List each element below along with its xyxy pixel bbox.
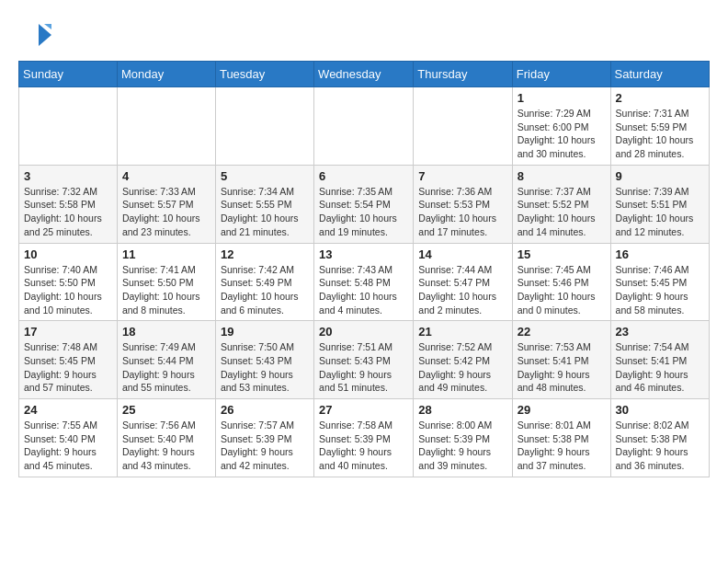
day-number: 6 (319, 169, 408, 183)
day-number: 8 (518, 169, 606, 183)
day-info: Sunrise: 7:41 AMSunset: 5:50 PMDaylight:… (122, 263, 210, 317)
calendar-cell: 21Sunrise: 7:52 AMSunset: 5:42 PMDayligh… (414, 321, 512, 399)
day-number: 2 (616, 91, 704, 105)
day-info: Sunrise: 7:53 AMSunset: 5:41 PMDaylight:… (518, 340, 606, 395)
day-info: Sunrise: 7:36 AMSunset: 5:53 PMDaylight:… (418, 185, 506, 239)
calendar-cell: 13Sunrise: 7:43 AMSunset: 5:48 PMDayligh… (314, 243, 414, 321)
day-info: Sunrise: 7:57 AMSunset: 5:39 PMDaylight:… (221, 419, 309, 473)
day-number: 13 (319, 247, 408, 261)
day-info: Sunrise: 7:51 AMSunset: 5:43 PMDaylight:… (319, 340, 408, 395)
calendar-cell: 12Sunrise: 7:42 AMSunset: 5:49 PMDayligh… (215, 243, 313, 321)
calendar-cell: 5Sunrise: 7:34 AMSunset: 5:55 PMDaylight… (215, 165, 313, 243)
calendar-cell: 4Sunrise: 7:33 AMSunset: 5:57 PMDaylight… (117, 165, 215, 243)
calendar-cell (117, 87, 215, 166)
day-number: 4 (122, 169, 210, 183)
column-header-wednesday: Wednesday (314, 62, 414, 87)
calendar-cell: 19Sunrise: 7:50 AMSunset: 5:43 PMDayligh… (215, 321, 313, 399)
day-number: 22 (518, 325, 606, 339)
logo (18, 18, 57, 52)
day-number: 30 (616, 403, 704, 417)
day-number: 5 (221, 169, 309, 183)
column-header-sunday: Sunday (19, 62, 118, 87)
day-number: 14 (418, 247, 506, 261)
column-header-tuesday: Tuesday (215, 62, 313, 87)
day-number: 7 (418, 169, 506, 183)
calendar-header-row: SundayMondayTuesdayWednesdayThursdayFrid… (19, 62, 710, 87)
calendar-cell: 29Sunrise: 8:01 AMSunset: 5:38 PMDayligh… (512, 399, 610, 477)
day-info: Sunrise: 8:01 AMSunset: 5:38 PMDaylight:… (518, 419, 606, 473)
calendar-cell: 24Sunrise: 7:55 AMSunset: 5:40 PMDayligh… (19, 399, 118, 477)
day-number: 27 (319, 403, 408, 417)
calendar-cell (314, 87, 414, 166)
day-info: Sunrise: 7:52 AMSunset: 5:42 PMDaylight:… (418, 340, 506, 395)
calendar-cell: 16Sunrise: 7:46 AMSunset: 5:45 PMDayligh… (610, 243, 709, 321)
calendar-cell: 11Sunrise: 7:41 AMSunset: 5:50 PMDayligh… (117, 243, 215, 321)
day-info: Sunrise: 8:02 AMSunset: 5:38 PMDaylight:… (616, 419, 704, 473)
day-info: Sunrise: 7:33 AMSunset: 5:57 PMDaylight:… (122, 185, 210, 239)
day-number: 26 (221, 403, 309, 417)
day-number: 3 (24, 169, 112, 183)
column-header-friday: Friday (512, 62, 610, 87)
calendar-cell: 18Sunrise: 7:49 AMSunset: 5:44 PMDayligh… (117, 321, 215, 399)
calendar-cell: 17Sunrise: 7:48 AMSunset: 5:45 PMDayligh… (19, 321, 118, 399)
calendar-week-row: 17Sunrise: 7:48 AMSunset: 5:45 PMDayligh… (19, 321, 710, 399)
calendar-cell: 27Sunrise: 7:58 AMSunset: 5:39 PMDayligh… (314, 399, 414, 477)
calendar-cell: 7Sunrise: 7:36 AMSunset: 5:53 PMDaylight… (414, 165, 512, 243)
day-number: 17 (24, 325, 112, 339)
calendar-cell: 30Sunrise: 8:02 AMSunset: 5:38 PMDayligh… (610, 399, 709, 477)
day-number: 24 (24, 403, 112, 417)
calendar-cell (414, 87, 512, 166)
calendar-cell: 10Sunrise: 7:40 AMSunset: 5:50 PMDayligh… (19, 243, 118, 321)
calendar-week-row: 1Sunrise: 7:29 AMSunset: 6:00 PMDaylight… (19, 87, 710, 166)
calendar-cell: 28Sunrise: 8:00 AMSunset: 5:39 PMDayligh… (414, 399, 512, 477)
day-number: 1 (518, 91, 606, 105)
day-info: Sunrise: 7:40 AMSunset: 5:50 PMDaylight:… (24, 263, 112, 317)
page-header (18, 18, 710, 52)
day-number: 16 (616, 247, 704, 261)
calendar-cell: 6Sunrise: 7:35 AMSunset: 5:54 PMDaylight… (314, 165, 414, 243)
day-info: Sunrise: 7:35 AMSunset: 5:54 PMDaylight:… (319, 185, 408, 239)
calendar-cell: 9Sunrise: 7:39 AMSunset: 5:51 PMDaylight… (610, 165, 709, 243)
calendar-cell: 25Sunrise: 7:56 AMSunset: 5:40 PMDayligh… (117, 399, 215, 477)
logo-icon (18, 18, 51, 52)
calendar-cell: 15Sunrise: 7:45 AMSunset: 5:46 PMDayligh… (512, 243, 610, 321)
day-number: 25 (122, 403, 210, 417)
day-number: 9 (616, 169, 704, 183)
day-info: Sunrise: 7:55 AMSunset: 5:40 PMDaylight:… (24, 419, 112, 473)
column-header-thursday: Thursday (414, 62, 512, 87)
day-info: Sunrise: 7:31 AMSunset: 5:59 PMDaylight:… (616, 107, 704, 161)
day-info: Sunrise: 7:42 AMSunset: 5:49 PMDaylight:… (221, 263, 309, 317)
day-info: Sunrise: 7:56 AMSunset: 5:40 PMDaylight:… (122, 419, 210, 473)
day-info: Sunrise: 7:29 AMSunset: 6:00 PMDaylight:… (518, 107, 606, 161)
column-header-monday: Monday (117, 62, 215, 87)
calendar-table: SundayMondayTuesdayWednesdayThursdayFrid… (18, 61, 710, 477)
day-info: Sunrise: 7:49 AMSunset: 5:44 PMDaylight:… (122, 340, 210, 395)
day-info: Sunrise: 7:58 AMSunset: 5:39 PMDaylight:… (319, 419, 408, 473)
calendar-week-row: 24Sunrise: 7:55 AMSunset: 5:40 PMDayligh… (19, 399, 710, 477)
day-number: 21 (418, 325, 506, 339)
day-info: Sunrise: 7:48 AMSunset: 5:45 PMDaylight:… (24, 340, 112, 395)
day-info: Sunrise: 7:54 AMSunset: 5:41 PMDaylight:… (616, 340, 704, 395)
day-info: Sunrise: 7:37 AMSunset: 5:52 PMDaylight:… (518, 185, 606, 239)
day-info: Sunrise: 7:45 AMSunset: 5:46 PMDaylight:… (518, 263, 606, 317)
day-info: Sunrise: 8:00 AMSunset: 5:39 PMDaylight:… (418, 419, 506, 473)
calendar-cell (19, 87, 118, 166)
svg-marker-1 (44, 24, 51, 29)
day-info: Sunrise: 7:39 AMSunset: 5:51 PMDaylight:… (616, 185, 704, 239)
day-number: 11 (122, 247, 210, 261)
day-number: 20 (319, 325, 408, 339)
day-number: 23 (616, 325, 704, 339)
calendar-cell: 20Sunrise: 7:51 AMSunset: 5:43 PMDayligh… (314, 321, 414, 399)
calendar-cell (215, 87, 313, 166)
day-number: 10 (24, 247, 112, 261)
calendar-week-row: 3Sunrise: 7:32 AMSunset: 5:58 PMDaylight… (19, 165, 710, 243)
day-info: Sunrise: 7:46 AMSunset: 5:45 PMDaylight:… (616, 263, 704, 317)
day-info: Sunrise: 7:43 AMSunset: 5:48 PMDaylight:… (319, 263, 408, 317)
day-number: 29 (518, 403, 606, 417)
day-number: 12 (221, 247, 309, 261)
calendar-cell: 8Sunrise: 7:37 AMSunset: 5:52 PMDaylight… (512, 165, 610, 243)
day-number: 28 (418, 403, 506, 417)
calendar-week-row: 10Sunrise: 7:40 AMSunset: 5:50 PMDayligh… (19, 243, 710, 321)
column-header-saturday: Saturday (610, 62, 709, 87)
calendar-cell: 26Sunrise: 7:57 AMSunset: 5:39 PMDayligh… (215, 399, 313, 477)
